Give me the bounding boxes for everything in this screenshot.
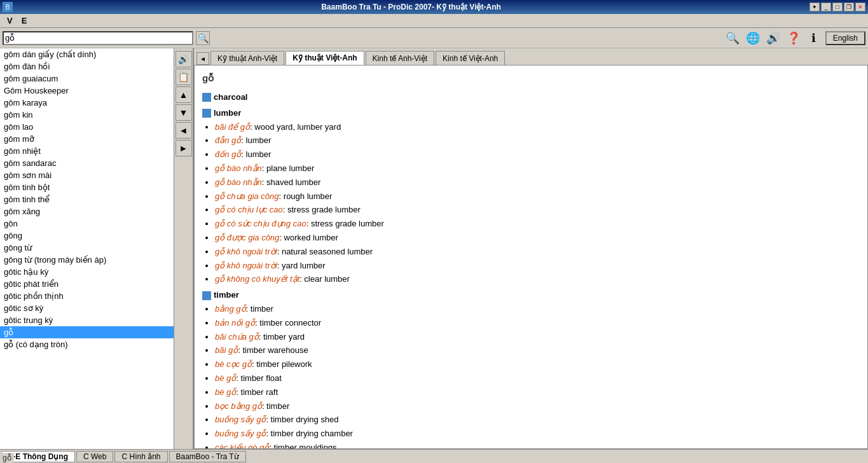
- eng-term: natural seasoned lumber: [282, 247, 373, 256]
- word-item[interactable]: gông từ: [0, 242, 175, 254]
- viet-term: bãi chứa gỗ: [215, 332, 259, 342]
- status-tab-web[interactable]: C Web: [76, 451, 113, 462]
- category-icon: [202, 291, 211, 300]
- word-item[interactable]: gôm đàn hồi: [0, 60, 175, 73]
- eng-term: timber drying chamber: [271, 429, 353, 438]
- word-item[interactable]: gôtic sơ kỳ: [0, 302, 175, 314]
- eng-term: timber float: [241, 373, 282, 383]
- down-icon[interactable]: ▼: [176, 104, 192, 121]
- eng-term: lumber: [246, 149, 272, 159]
- close-button[interactable]: ✕: [855, 3, 865, 11]
- tab-kinh-te-anh-viet[interactable]: Kinh tế Anh-Việt: [366, 51, 435, 65]
- up-icon[interactable]: ▲: [176, 86, 192, 103]
- eng-term: lumber: [246, 135, 272, 145]
- viet-term: buồng sấy gỗ: [215, 415, 266, 424]
- content-area[interactable]: gỗ charcoallumberbãi để gỗ: wood yard, l…: [194, 65, 868, 449]
- maximize-button[interactable]: □: [832, 3, 843, 11]
- menu-v-button[interactable]: V: [3, 15, 17, 27]
- menubar: V E: [0, 14, 868, 28]
- word-item[interactable]: gôtic hậu kỳ: [0, 266, 175, 278]
- viet-term: gỗ không có khuyết tật: [215, 274, 300, 284]
- restore-button[interactable]: ❐: [844, 3, 854, 11]
- bottom-status-word: gỗ: [0, 453, 14, 463]
- word-item[interactable]: gôn: [0, 218, 175, 230]
- search-clear-button[interactable]: 🔍: [196, 31, 210, 45]
- viet-term: gỗ khô ngoài trời: [215, 261, 277, 270]
- word-item[interactable]: gỗ: [0, 326, 175, 338]
- tab-bar: ◄ Kỹ thuật Anh-Việt Kỹ thuật Việt-Anh Ki…: [194, 48, 868, 65]
- tab-kinh-te-viet-anh[interactable]: Kinh tế Việt-Anh: [436, 51, 505, 65]
- word-item[interactable]: gôm mỡ: [0, 133, 175, 145]
- word-item[interactable]: gôm guaiacum: [0, 73, 175, 85]
- viet-term: gỗ chưa gia công: [215, 191, 279, 201]
- word-item[interactable]: gôm lao: [0, 121, 175, 133]
- word-item[interactable]: gông từ (trong máy biến áp): [0, 254, 175, 266]
- copy-icon[interactable]: 📋: [176, 69, 192, 85]
- left-nav-icon[interactable]: ◄: [176, 122, 192, 139]
- word-item[interactable]: gôm sandarac: [0, 157, 175, 169]
- titlebar-icon: B: [3, 2, 13, 12]
- word-item[interactable]: gôm nhiệt: [0, 145, 175, 157]
- eng-term: timber mouldings: [274, 443, 337, 449]
- back-icon[interactable]: 🔍: [724, 29, 741, 47]
- eng-term: wood yard, lumber yard: [254, 122, 341, 132]
- web-icon[interactable]: 🌐: [744, 29, 762, 47]
- word-item[interactable]: gôtic phồn thịnh: [0, 290, 175, 302]
- entry-item: bằng gỗ: timber: [215, 303, 860, 316]
- entry-item: buồng sấy gỗ: timber drying chamber: [215, 427, 860, 441]
- eng-term: clear lumber: [304, 274, 350, 284]
- sound-icon[interactable]: 🔊: [764, 29, 782, 47]
- entry-item: gỗ bào nhẵn: shaved lumber: [215, 176, 860, 190]
- info-icon[interactable]: ℹ: [805, 29, 823, 47]
- entry-item: gỗ có chịu lực cao: stress grade lumber: [215, 204, 860, 217]
- status-tab-hinh-anh[interactable]: C Hình ảnh: [114, 451, 167, 462]
- viet-term: gỗ có chịu lực cao: [215, 205, 283, 214]
- viet-term: đốn gỗ: [215, 149, 241, 159]
- entry-item: bè gỗ: timber float: [215, 372, 860, 385]
- eng-term: timber: [251, 304, 273, 314]
- entry-item: gỗ bào nhẵn: plane lumber: [215, 162, 860, 176]
- word-item[interactable]: gôm xăng: [0, 205, 175, 218]
- eng-term: timber pilework: [256, 359, 312, 369]
- right-nav-icon[interactable]: ►: [176, 140, 192, 156]
- left-panel: gôm dán giấy (chất dính)gôm đàn hồigôm g…: [0, 48, 194, 449]
- speaker-icon[interactable]: 🔊: [176, 51, 192, 67]
- word-item[interactable]: Gôm Houskeeper: [0, 85, 175, 97]
- word-item[interactable]: gôm sơn mài: [0, 169, 175, 181]
- word-item[interactable]: gỗ (có dạng tròn): [0, 338, 175, 350]
- titlebar-controls: ✦ _ □ ❐ ✕: [809, 3, 865, 11]
- tab-nav-prev[interactable]: ◄: [196, 52, 209, 65]
- word-item[interactable]: gông: [0, 230, 175, 242]
- status-tab-baamboo-tra-tu[interactable]: BaamBoo - Tra Từ: [169, 451, 246, 462]
- viet-term: bãi để gỗ: [215, 122, 250, 132]
- word-item[interactable]: gôm tinh thể: [0, 193, 175, 205]
- word-list[interactable]: gôm dán giấy (chất dính)gôm đàn hồigôm g…: [0, 48, 175, 449]
- word-item[interactable]: gôm dán giấy (chất dính): [0, 48, 175, 60]
- word-item[interactable]: gôm karaya: [0, 97, 175, 109]
- word-item[interactable]: gôtic phát triển: [0, 278, 175, 290]
- viet-term: gỗ được gia công: [215, 233, 279, 242]
- tab-ky-thuat-anh-viet[interactable]: Kỹ thuật Anh-Việt: [210, 51, 284, 65]
- word-item[interactable]: gôm kin: [0, 109, 175, 121]
- options-button[interactable]: ✦: [809, 3, 820, 11]
- category-name: lumber: [214, 107, 241, 120]
- eng-term: stress grade lumber: [311, 219, 384, 228]
- eng-term: timber drying shed: [271, 415, 339, 424]
- entry-item: bè cọc gỗ: timber pilework: [215, 358, 860, 371]
- tab-ky-thuat-viet-anh[interactable]: Kỹ thuật Việt-Anh: [286, 51, 364, 65]
- word-item[interactable]: gôtic trung kỳ: [0, 314, 175, 326]
- help-icon[interactable]: ❓: [785, 29, 803, 47]
- eng-term: worked lumber: [284, 233, 338, 242]
- viet-term: bè gỗ: [215, 373, 236, 383]
- search-input[interactable]: [3, 31, 193, 45]
- viet-term: gỗ bào nhẵn: [215, 177, 262, 187]
- eng-term: timber warehouse: [242, 345, 308, 355]
- menu-e-button[interactable]: E: [17, 15, 32, 27]
- minimize-button[interactable]: _: [821, 3, 831, 11]
- eng-term: timber: [266, 401, 289, 411]
- english-button[interactable]: English: [825, 31, 865, 45]
- category-name: charcoal: [214, 91, 247, 104]
- eng-term: stress grade lumber: [287, 205, 361, 214]
- word-item[interactable]: gôm tinh bột: [0, 181, 175, 193]
- category-icon: [202, 93, 211, 102]
